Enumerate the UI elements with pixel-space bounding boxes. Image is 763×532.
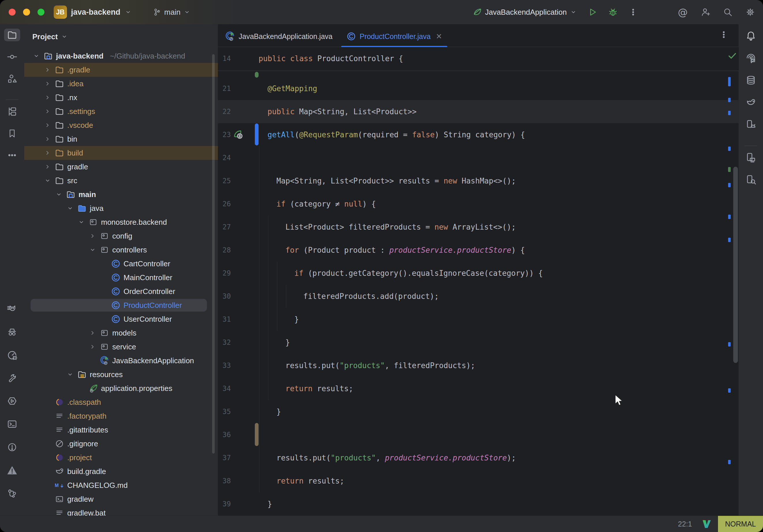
code-line-39[interactable]: 39}: [218, 492, 739, 516]
line-number[interactable]: 22: [218, 108, 259, 116]
tool-button-device-manager[interactable]: [743, 151, 759, 164]
chevron-right-icon[interactable]: [89, 343, 97, 350]
chevron-right-icon[interactable]: [44, 108, 52, 115]
line-number[interactable]: 29: [218, 269, 259, 277]
code-line-22[interactable]: 22public Map<String, List<Product>>: [218, 100, 739, 123]
tree-item-controllers[interactable]: controllers: [24, 243, 218, 257]
line-number[interactable]: 30: [218, 292, 259, 300]
chevron-right-icon[interactable]: [44, 80, 52, 87]
tree-item-MainController[interactable]: MainController: [24, 270, 218, 284]
tree-item-.nx[interactable]: .nx: [24, 91, 218, 104]
chevron-down-icon[interactable]: [55, 191, 63, 198]
code-line-23[interactable]: 23getAll(@RequestParam(required = false)…: [218, 123, 739, 146]
project-tree-scrollbar[interactable]: [212, 54, 215, 454]
chevron-right-icon[interactable]: [44, 94, 52, 101]
settings-button[interactable]: [742, 4, 758, 20]
analysis-stripe-mark[interactable]: [728, 238, 731, 242]
line-number[interactable]: 14: [218, 54, 259, 62]
tool-button-running-devices[interactable]: [743, 118, 759, 131]
project-widget[interactable]: java-backend: [71, 8, 120, 17]
chevron-right-icon[interactable]: [44, 150, 52, 157]
line-number[interactable]: 26: [218, 200, 259, 208]
tree-item-bin[interactable]: bin: [24, 132, 218, 146]
branch-widget[interactable]: main: [153, 8, 191, 17]
tool-button-plugin-cat[interactable]: [4, 302, 20, 315]
chevron-right-icon[interactable]: [44, 163, 52, 170]
chevron-down-icon[interactable]: [77, 218, 85, 226]
tool-button-ai-assistant-chat[interactable]: [743, 52, 759, 64]
caret-position[interactable]: 22:1: [678, 520, 692, 528]
tree-item-main[interactable]: main: [24, 187, 218, 201]
tree-item-build[interactable]: build: [24, 146, 218, 160]
code-line-25[interactable]: 25Map<String, List<Product>> results = n…: [218, 169, 739, 192]
inspection-ok-icon[interactable]: [727, 51, 737, 60]
tool-button-commit[interactable]: [4, 51, 20, 63]
analysis-stripe-mark[interactable]: [728, 183, 731, 187]
tree-item-models[interactable]: models: [24, 326, 218, 340]
tree-item-OrderController[interactable]: OrderController: [24, 284, 218, 298]
tree-item-gradlew[interactable]: gradlew: [24, 492, 218, 506]
tree-item-service[interactable]: service: [24, 340, 218, 354]
tool-button-services[interactable]: [4, 395, 20, 407]
chevron-right-icon[interactable]: [89, 330, 97, 336]
analysis-stripe-mark[interactable]: [728, 460, 731, 464]
code-line-36[interactable]: 36: [218, 423, 739, 446]
tool-button-hierarchy[interactable]: [4, 105, 20, 118]
tree-item-java-backend[interactable]: java-backend~/Github/java-backend: [24, 49, 218, 63]
code-line-28[interactable]: 28for (Product product : productService.…: [218, 239, 739, 262]
line-number[interactable]: 21: [218, 84, 259, 93]
tree-item-.settings[interactable]: .settings: [24, 104, 218, 118]
tree-item-ProductController[interactable]: ProductController: [24, 298, 218, 312]
line-number[interactable]: 32: [218, 338, 259, 347]
code-line-21[interactable]: 21@GetMapping: [218, 77, 739, 100]
chevron-down-icon[interactable]: [66, 371, 74, 378]
tree-item-java[interactable]: java: [24, 201, 218, 215]
chevron-down-icon[interactable]: [32, 52, 41, 60]
line-number[interactable]: 36: [218, 431, 259, 439]
line-number[interactable]: 31: [218, 315, 259, 323]
code-line-14[interactable]: 14public class ProductController {: [218, 47, 739, 70]
chevron-down-icon[interactable]: [60, 33, 68, 41]
line-number[interactable]: 38: [218, 477, 259, 485]
run-button[interactable]: [585, 4, 601, 20]
analysis-stripe-mark[interactable]: [728, 388, 731, 393]
tree-item-gradlew.bat[interactable]: gradlew.bat: [24, 506, 218, 516]
tool-button-build[interactable]: [4, 372, 20, 384]
chevron-right-icon[interactable]: [44, 66, 52, 73]
tree-item-monostore.backend[interactable]: monostore.backend: [24, 215, 218, 229]
more-actions-button[interactable]: [625, 4, 641, 20]
tool-button-terminal[interactable]: [4, 418, 20, 430]
tree-item-.gradle[interactable]: .gradle: [24, 63, 218, 77]
line-number[interactable]: 25: [218, 177, 259, 185]
vcs-change-marker[interactable]: [255, 72, 259, 78]
tree-item-config[interactable]: config: [24, 229, 218, 243]
tree-item-.factorypath[interactable]: .factorypath: [24, 409, 218, 423]
tool-button-device-explorer[interactable]: [743, 173, 759, 186]
minimize-window-button[interactable]: [23, 9, 30, 16]
chevron-down-icon[interactable]: [66, 205, 74, 212]
tool-button-privacy[interactable]: [4, 325, 20, 338]
tree-item-src[interactable]: src: [24, 174, 218, 187]
editor-kebab-icon[interactable]: [717, 28, 731, 42]
tab-JavaBackendApplication.java[interactable]: JavaBackendApplication.java: [218, 26, 339, 47]
tool-button-project[interactable]: [4, 29, 20, 41]
vcs-change-marker[interactable]: [255, 423, 259, 446]
close-window-button[interactable]: [9, 9, 16, 16]
ideavim-icon[interactable]: [702, 519, 711, 529]
code-editor[interactable]: 21@GetMapping22public Map<String, List<P…: [218, 71, 739, 516]
zoom-window-button[interactable]: [38, 9, 45, 16]
tree-item-.gitattributes[interactable]: .gitattributes: [24, 423, 218, 437]
tree-item-application.properties[interactable]: application.properties: [24, 381, 218, 395]
tree-item-resources[interactable]: resources: [24, 368, 218, 381]
analysis-stripe-mark[interactable]: [728, 147, 731, 151]
project-avatar[interactable]: JB: [54, 5, 67, 19]
tree-item-.vscode[interactable]: .vscode: [24, 118, 218, 132]
code-line-27[interactable]: 27List<Product> filteredProducts = new A…: [218, 216, 739, 239]
code-line-26[interactable]: 26if (category ≠ null) {: [218, 192, 739, 216]
analysis-stripe-mark[interactable]: [728, 98, 731, 102]
tree-item-UserController[interactable]: UserController: [24, 312, 218, 326]
tree-item-.project[interactable]: .project: [24, 451, 218, 465]
endpoint-icon[interactable]: [233, 130, 244, 141]
tool-button-notifications-warning[interactable]: [4, 464, 20, 477]
analysis-stripe-mark[interactable]: [728, 342, 731, 347]
